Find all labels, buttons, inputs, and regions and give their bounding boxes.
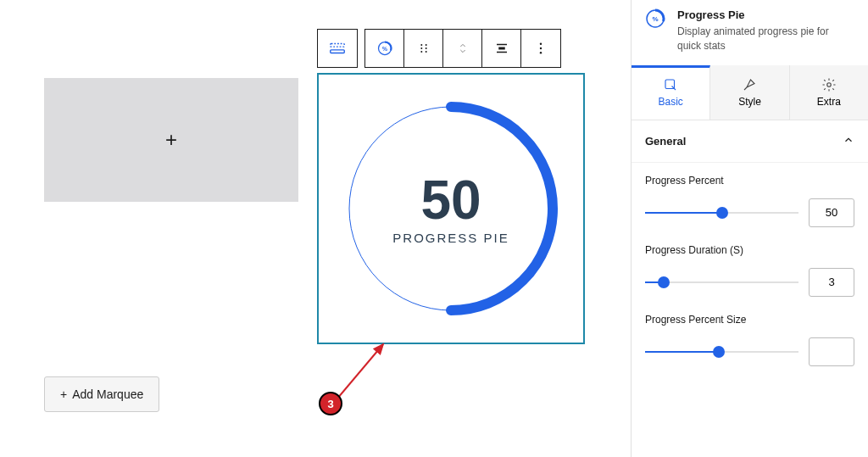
svg-text:%: % — [382, 46, 387, 52]
svg-point-7 — [425, 47, 426, 49]
add-marquee-label: Add Marquee — [72, 387, 143, 401]
block-icon — [328, 39, 347, 58]
svg-point-9 — [425, 51, 426, 53]
input-progress-duration[interactable] — [809, 268, 854, 297]
basic-icon — [663, 77, 678, 92]
field-percent-size: Progress Percent Size — [632, 302, 868, 371]
progress-pie-icon: % — [645, 8, 665, 29]
svg-point-4 — [420, 44, 422, 46]
svg-point-5 — [425, 44, 426, 46]
progress-pie-block[interactable]: 50 PROGRESS PIE — [317, 73, 585, 344]
sidebar-title: Progress Pie — [677, 8, 854, 21]
label-percent-size: Progress Percent Size — [645, 314, 854, 326]
align-button[interactable] — [482, 30, 521, 67]
style-icon — [742, 77, 757, 92]
svg-line-17 — [337, 344, 383, 398]
label-progress-percent: Progress Percent — [645, 175, 854, 187]
input-progress-percent[interactable] — [809, 198, 854, 227]
slider-percent-size[interactable] — [645, 343, 798, 360]
svg-point-13 — [540, 43, 542, 45]
plus-icon: + — [165, 128, 177, 152]
block-type-button[interactable] — [318, 30, 357, 67]
section-general: General — [632, 120, 868, 163]
chevron-up-icon — [843, 134, 854, 148]
annotation-badge: 3 — [319, 392, 342, 415]
plus-icon: + — [60, 387, 67, 401]
sidebar-tabs: Basic Style Extra — [632, 65, 868, 120]
slider-progress-duration[interactable] — [645, 274, 798, 291]
slider-progress-percent[interactable] — [645, 204, 798, 221]
align-icon — [494, 41, 509, 56]
field-progress-percent: Progress Percent — [632, 163, 868, 232]
move-updown-button[interactable] — [443, 30, 482, 67]
svg-point-6 — [420, 47, 422, 49]
svg-rect-0 — [331, 44, 345, 47]
progress-value: 50 — [420, 173, 481, 227]
svg-rect-11 — [498, 47, 505, 50]
editor-canvas: + + Add Marquee % — [0, 0, 631, 457]
tab-style[interactable]: Style — [710, 65, 789, 120]
progress-label: PROGRESS PIE — [392, 231, 509, 245]
svg-text:%: % — [652, 15, 658, 23]
svg-point-8 — [420, 51, 422, 53]
more-options-button[interactable] — [521, 30, 560, 67]
drag-handle-button[interactable] — [404, 30, 443, 67]
add-marquee-button[interactable]: + Add Marquee — [44, 376, 159, 412]
section-general-toggle[interactable]: General — [645, 134, 854, 148]
tab-basic[interactable]: Basic — [632, 65, 710, 120]
move-icon — [456, 40, 470, 57]
label-progress-duration: Progress Duration (S) — [645, 244, 854, 256]
tab-extra[interactable]: Extra — [790, 65, 868, 120]
svg-point-21 — [827, 82, 832, 86]
more-icon — [533, 41, 548, 56]
sidebar-header: % Progress Pie Display animated progress… — [632, 0, 868, 65]
field-progress-duration: Progress Duration (S) — [632, 232, 868, 302]
svg-point-15 — [540, 52, 542, 53]
empty-block-placeholder[interactable]: + — [44, 78, 298, 202]
sidebar-description: Display animated progress pie for quick … — [677, 25, 854, 53]
drag-icon — [417, 42, 431, 55]
block-info-button[interactable]: % — [365, 30, 404, 67]
progress-pie: 50 PROGRESS PIE — [341, 98, 561, 319]
svg-point-14 — [540, 47, 542, 49]
progress-pie-icon: % — [376, 40, 393, 57]
svg-rect-1 — [331, 50, 345, 53]
block-toolbar: % — [317, 29, 561, 68]
settings-sidebar: % Progress Pie Display animated progress… — [631, 0, 868, 457]
gear-icon — [821, 77, 837, 92]
input-percent-size[interactable] — [809, 337, 854, 366]
